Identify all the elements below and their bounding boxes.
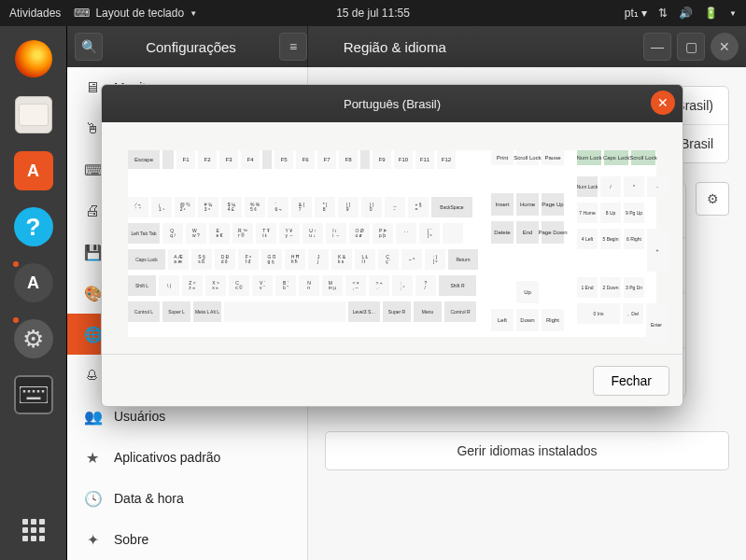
dialog-title: Português (Brasil) [344, 97, 441, 111]
dialog-close-button[interactable]: ✕ [651, 91, 675, 115]
modal-overlay: Português (Brasil) ✕ EscapeF1F2F3F4F5F6F… [0, 0, 746, 560]
keyboard-map: EscapeF1F2F3F4F5F6F7F8F9F10F11F12⁄ ¬ ' "… [128, 150, 656, 337]
dialog-header: Português (Brasil) ✕ [102, 85, 683, 122]
dialog-body: EscapeF1F2F3F4F5F6F7F8F9F10F11F12⁄ ¬ ' "… [102, 122, 683, 354]
dialog-footer: Fechar [102, 354, 683, 406]
dialog-close-footer-button[interactable]: Fechar [593, 366, 669, 396]
keyboard-layout-dialog: Português (Brasil) ✕ EscapeF1F2F3F4F5F6F… [101, 84, 683, 407]
